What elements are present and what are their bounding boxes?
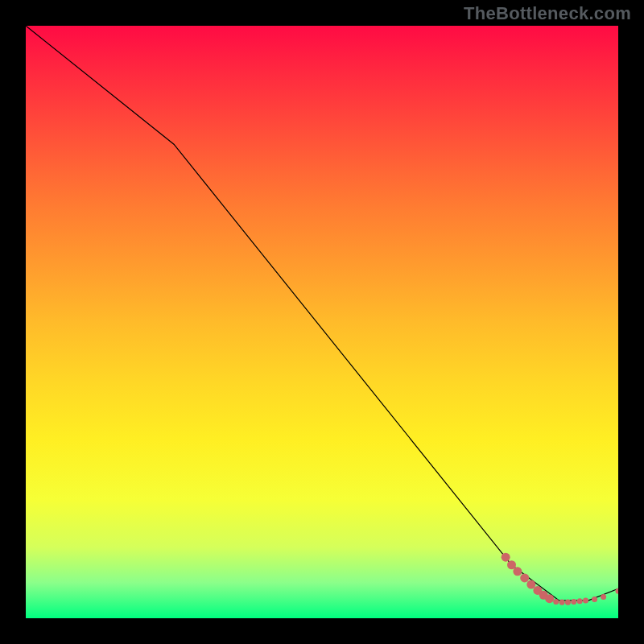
stage: TheBottleneck.com	[0, 0, 644, 644]
marker-layer	[502, 553, 618, 605]
marker-dot	[583, 597, 588, 603]
marker-dot	[565, 600, 571, 605]
marker-dot	[571, 599, 576, 605]
marker-dot	[577, 598, 583, 604]
marker-dot	[526, 580, 535, 589]
chart-svg	[26, 26, 618, 618]
marker-dot	[507, 560, 516, 569]
marker-dot	[559, 600, 565, 605]
marker-dot	[592, 597, 597, 602]
marker-dot	[545, 594, 554, 603]
bottleneck-curve-path	[26, 26, 618, 601]
marker-dot	[520, 573, 529, 582]
marker-dot	[502, 553, 510, 562]
plot-area	[26, 26, 618, 618]
marker-dot	[513, 567, 522, 576]
marker-dot	[615, 588, 618, 594]
watermark-text: TheBottleneck.com	[464, 3, 631, 24]
marker-dot	[553, 599, 559, 605]
marker-dot	[601, 594, 606, 600]
